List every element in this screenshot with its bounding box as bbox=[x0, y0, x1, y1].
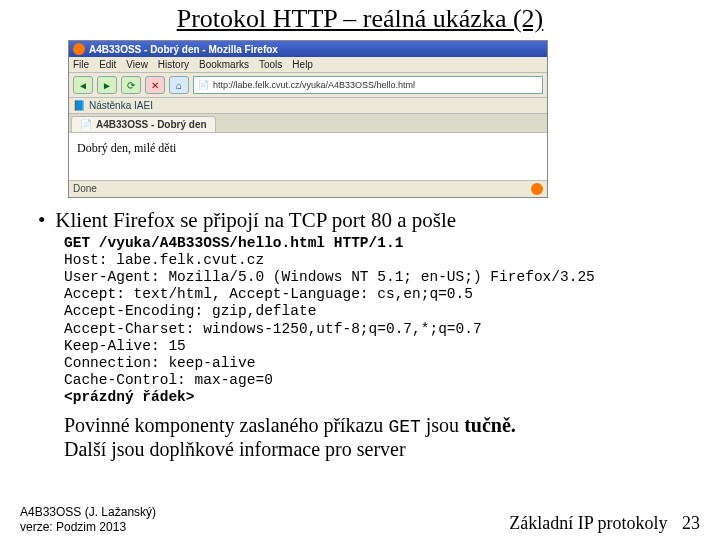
bullet-line: •Klient Firefox se připojí na TCP port 8… bbox=[38, 208, 700, 233]
menubar: File Edit View History Bookmarks Tools H… bbox=[69, 57, 547, 73]
footer-topic: Základní IP protokoly bbox=[509, 513, 667, 533]
code-line: GET /vyuka/A4B33OSS/hello.html HTTP/1.1 bbox=[64, 235, 700, 252]
toolbar: ◄ ► ⟳ ✕ ⌂ 📄 http://labe.felk.cvut.cz/vyu… bbox=[69, 73, 547, 98]
code-line: Accept-Charset: windows-1250,utf-8;q=0.7… bbox=[64, 321, 700, 338]
statusbar: Done bbox=[69, 180, 547, 197]
footer-course: A4B33OSS (J. Lažanský) bbox=[20, 505, 156, 519]
status-text: Done bbox=[73, 183, 97, 195]
bookmarks-bar: 📘 Nástěnka IAEI bbox=[69, 98, 547, 114]
menu-history[interactable]: History bbox=[158, 59, 189, 70]
code-line: Accept-Encoding: gzip,deflate bbox=[64, 303, 700, 320]
home-icon[interactable]: ⌂ bbox=[169, 76, 189, 94]
footer-left: A4B33OSS (J. Lažanský) verze: Podzim 201… bbox=[20, 505, 156, 534]
bookmark-label[interactable]: Nástěnka IAEI bbox=[89, 100, 153, 111]
slide: Protokol HTTP – reálná ukázka (2) A4B33O… bbox=[0, 0, 720, 540]
tab-label: A4B33OSS - Dobrý den bbox=[96, 119, 207, 130]
stop-icon[interactable]: ✕ bbox=[145, 76, 165, 94]
page-icon: 📄 bbox=[198, 80, 209, 90]
page-content: Dobrý den, milé děti bbox=[69, 132, 547, 180]
http-request-block: GET /vyuka/A4B33OSS/hello.html HTTP/1.1H… bbox=[64, 235, 700, 406]
menu-help[interactable]: Help bbox=[292, 59, 313, 70]
menu-tools[interactable]: Tools bbox=[259, 59, 282, 70]
window-titlebar: A4B33OSS - Dobrý den - Mozilla Firefox bbox=[69, 41, 547, 57]
firefox-status-icon bbox=[531, 183, 543, 195]
bookmark-icon: 📘 bbox=[73, 100, 85, 111]
footer-version: verze: Podzim 2013 bbox=[20, 520, 126, 534]
reload-icon[interactable]: ⟳ bbox=[121, 76, 141, 94]
slide-title: Protokol HTTP – reálná ukázka (2) bbox=[20, 4, 700, 34]
para-line2: Další jsou doplňkové informace pro serve… bbox=[64, 438, 406, 460]
code-line: Host: labe.felk.cvut.cz bbox=[64, 252, 700, 269]
bullet-icon: • bbox=[38, 208, 45, 233]
tab-active[interactable]: 📄 A4B33OSS - Dobrý den bbox=[71, 116, 216, 132]
firefox-icon bbox=[73, 43, 85, 55]
code-line: Keep-Alive: 15 bbox=[64, 338, 700, 355]
forward-icon[interactable]: ► bbox=[97, 76, 117, 94]
firefox-window: A4B33OSS - Dobrý den - Mozilla Firefox F… bbox=[68, 40, 548, 198]
para-bold: tučně. bbox=[464, 414, 516, 436]
code-line: Connection: keep-alive bbox=[64, 355, 700, 372]
explanation-paragraph: Povinné komponenty zaslaného příkazu GET… bbox=[64, 414, 700, 461]
page-text: Dobrý den, milé děti bbox=[77, 141, 176, 155]
window-title-text: A4B33OSS - Dobrý den - Mozilla Firefox bbox=[89, 44, 278, 55]
menu-edit[interactable]: Edit bbox=[99, 59, 116, 70]
menu-view[interactable]: View bbox=[126, 59, 148, 70]
footer: A4B33OSS (J. Lažanský) verze: Podzim 201… bbox=[20, 505, 700, 534]
tab-icon: 📄 bbox=[80, 119, 92, 130]
menu-file[interactable]: File bbox=[73, 59, 89, 70]
para-get: GET bbox=[388, 417, 420, 437]
url-text: http://labe.felk.cvut.cz/vyuka/A4B33OSS/… bbox=[213, 80, 415, 90]
tab-strip: 📄 A4B33OSS - Dobrý den bbox=[69, 114, 547, 132]
para-pre: Povinné komponenty zaslaného příkazu bbox=[64, 414, 388, 436]
para-mid: jsou bbox=[421, 414, 464, 436]
code-line: <prázdný řádek> bbox=[64, 389, 700, 406]
page-number: 23 bbox=[682, 513, 700, 533]
code-line: Accept: text/html, Accept-Language: cs,e… bbox=[64, 286, 700, 303]
code-line: User-Agent: Mozilla/5.0 (Windows NT 5.1;… bbox=[64, 269, 700, 286]
bullet-text: Klient Firefox se připojí na TCP port 80… bbox=[55, 208, 456, 232]
url-input[interactable]: 📄 http://labe.felk.cvut.cz/vyuka/A4B33OS… bbox=[193, 76, 543, 94]
footer-right: Základní IP protokoly 23 bbox=[509, 513, 700, 534]
menu-bookmarks[interactable]: Bookmarks bbox=[199, 59, 249, 70]
back-icon[interactable]: ◄ bbox=[73, 76, 93, 94]
code-line: Cache-Control: max-age=0 bbox=[64, 372, 700, 389]
